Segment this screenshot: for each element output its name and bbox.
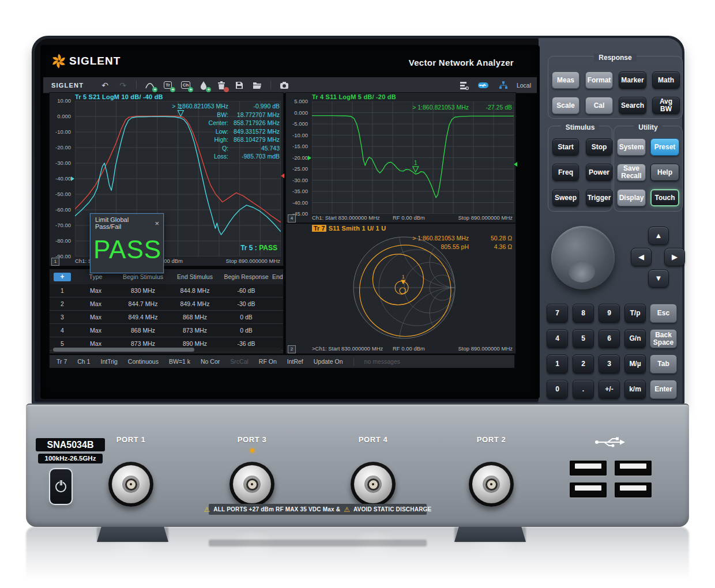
numpad-key-6[interactable]: 6: [599, 329, 620, 348]
active-trace-badge[interactable]: Tr 7: [312, 225, 326, 232]
numpad-key-t/p[interactable]: T/p: [624, 304, 646, 323]
table-scrollbar-thumb[interactable]: [53, 348, 194, 352]
numpad-key-7[interactable]: 7: [547, 304, 568, 323]
usb-port[interactable]: [570, 483, 607, 497]
lan-icon[interactable]: [497, 80, 510, 91]
response-key-marker[interactable]: Marker: [619, 71, 646, 89]
status-item-no-messages[interactable]: no messages: [364, 358, 400, 365]
save-icon[interactable]: [233, 80, 246, 91]
status-item-update-on[interactable]: Update On: [314, 358, 343, 365]
limit-table-row[interactable]: 4Max868 MHz873 MHz0 dB: [50, 324, 283, 337]
response-key-format[interactable]: Format: [585, 71, 613, 89]
limit-table-panel[interactable]: + Type Begin Stimulus End Stimulus Begin…: [49, 269, 284, 354]
side-key-tab[interactable]: Tab: [650, 355, 677, 374]
screenshot-icon[interactable]: [278, 80, 291, 91]
numpad-key-8[interactable]: 8: [573, 304, 594, 323]
marker-add-icon[interactable]: +: [197, 80, 210, 91]
display-screen[interactable]: SIGLENT Vector Network Analyzer SIGLENT …: [40, 45, 540, 399]
status-item-intref[interactable]: IntRef: [287, 358, 303, 365]
status-item-continuous[interactable]: Continuous: [128, 358, 159, 365]
limit-table-row[interactable]: 3Max849.4 MHz868 MHz0 dB: [50, 311, 283, 324]
smith-chart-panel[interactable]: Tr 7 S11 Smith 1 U/ 1 U 1 > 1:860.821053…: [285, 223, 516, 354]
arrow-up-key[interactable]: ▲: [648, 227, 669, 245]
stimulus-key-sweep[interactable]: Sweep: [552, 189, 579, 206]
channel-add-icon[interactable]: Ch+: [179, 80, 192, 91]
side-key-esc[interactable]: Esc: [650, 304, 677, 323]
power-button[interactable]: [49, 468, 73, 505]
rf-connector[interactable]: [351, 462, 396, 507]
delete-icon[interactable]: [215, 80, 228, 91]
limit-table-cell: 830 MHz: [116, 287, 170, 294]
arrow-right-key[interactable]: ▶: [664, 248, 685, 266]
side-key-back-space[interactable]: Back Space: [650, 329, 677, 348]
rotary-knob[interactable]: [551, 226, 615, 289]
response-key-search[interactable]: Search: [619, 97, 646, 114]
numpad-key-1[interactable]: 1: [547, 355, 568, 374]
rf-connector[interactable]: [108, 462, 153, 507]
numpad-key-5[interactable]: 5: [573, 329, 594, 348]
response-key-scale[interactable]: Scale: [552, 97, 579, 114]
graph1-header[interactable]: Tr 5 S21 LogM 10 dB/ -40 dB: [75, 93, 163, 100]
limit-table-row[interactable]: 1Max830 MHz844.8 MHz-60 dB: [50, 284, 283, 297]
limit-table-row[interactable]: 2Max844.7 MHz849.4 MHz-30 dB: [50, 297, 283, 311]
numpad-key-m/µ[interactable]: M/µ: [624, 355, 646, 374]
utility-key-preset[interactable]: Preset: [650, 138, 679, 156]
numpad-key-.[interactable]: .: [573, 380, 594, 399]
usb-port[interactable]: [615, 461, 652, 476]
response-key-meas[interactable]: Meas: [552, 71, 579, 89]
status-item-ch-1[interactable]: Ch 1: [77, 358, 90, 365]
utility-key-system[interactable]: System: [617, 138, 646, 156]
numpad-key-3[interactable]: 3: [599, 355, 620, 374]
utility-key-touch[interactable]: Touch: [650, 189, 679, 206]
status-item-rf-on[interactable]: RF On: [259, 358, 277, 365]
rf-connector[interactable]: [469, 462, 514, 507]
utility-key-display[interactable]: Display: [617, 189, 646, 206]
usb-icon[interactable]: [477, 80, 490, 91]
graph2-header[interactable]: Tr 4 S11 LogM 5 dB/ -20 dB: [312, 93, 396, 100]
stimulus-key-trigger[interactable]: Trigger: [586, 189, 612, 206]
open-icon[interactable]: [251, 80, 264, 91]
numpad-key-k/m[interactable]: k/m: [624, 380, 646, 399]
utility-key-save-recall[interactable]: Save Recall: [617, 164, 646, 181]
numpad-key-4[interactable]: 4: [547, 329, 568, 348]
stimulus-key-start[interactable]: Start: [552, 138, 579, 156]
status-item-inttrig[interactable]: IntTrig: [100, 358, 117, 365]
warning-text-right: AVOID STATIC DISCHARGE: [353, 506, 432, 512]
response-key-cal[interactable]: Cal: [585, 97, 613, 114]
numpad-key-2[interactable]: 2: [573, 355, 594, 374]
graph1-s21-panel[interactable]: Tr 5 S21 LogM 10 dB/ -40 dB 10.000.000-1…: [49, 92, 284, 266]
trace-add-icon[interactable]: Tr+: [161, 80, 174, 91]
redo-icon[interactable]: ↷: [116, 80, 129, 91]
usb-port[interactable]: [570, 461, 607, 476]
response-key-avg-bw[interactable]: Avg BW: [652, 97, 680, 114]
undo-icon[interactable]: ↶: [99, 80, 111, 91]
status-item-no-cor[interactable]: No Cor: [201, 358, 220, 365]
utility-key-help[interactable]: Help: [650, 164, 679, 181]
limit-add-icon[interactable]: +: [144, 80, 156, 91]
layout-icon[interactable]: [458, 80, 471, 91]
stimulus-key-power[interactable]: Power: [586, 164, 612, 181]
usb-port[interactable]: [615, 483, 652, 497]
numpad-key-9[interactable]: 9: [599, 304, 620, 323]
response-key-math[interactable]: Math: [652, 71, 680, 89]
smith-header[interactable]: Tr 7 S11 Smith 1 U/ 1 U: [312, 225, 386, 232]
numpad-key-+/-[interactable]: +/-: [599, 380, 620, 399]
arrow-down-key[interactable]: ▼: [648, 269, 669, 288]
limit-pass-fail-dialog[interactable]: Limit Global Pass/Fail × PASS: [90, 213, 164, 273]
add-limit-row-button[interactable]: +: [54, 273, 71, 281]
close-icon[interactable]: ×: [155, 220, 159, 227]
stimulus-key-stop[interactable]: Stop: [586, 138, 612, 156]
rf-connector[interactable]: [229, 462, 274, 507]
toolbar: SIGLENT ↶↷+Tr+Ch++ Local: [43, 77, 537, 93]
side-key-enter[interactable]: Enter: [650, 380, 677, 399]
numpad-key-0[interactable]: 0: [547, 380, 568, 399]
local-remote-label[interactable]: Local: [517, 82, 531, 89]
status-item-srccal[interactable]: SrcCal: [230, 358, 249, 365]
stimulus-key-freq[interactable]: Freq: [552, 164, 579, 181]
status-item-tr-7[interactable]: Tr 7: [57, 358, 67, 365]
arrow-left-key[interactable]: ◀: [631, 248, 652, 266]
numpad-key-g/n[interactable]: G/n: [624, 329, 646, 348]
status-item-bw-1-k[interactable]: BW=1 k: [169, 358, 190, 365]
graph2-plot[interactable]: 1: [312, 101, 514, 214]
graph2-s11-panel[interactable]: Tr 4 S11 LogM 5 dB/ -20 dB 5.0000.000-5.…: [285, 92, 516, 223]
